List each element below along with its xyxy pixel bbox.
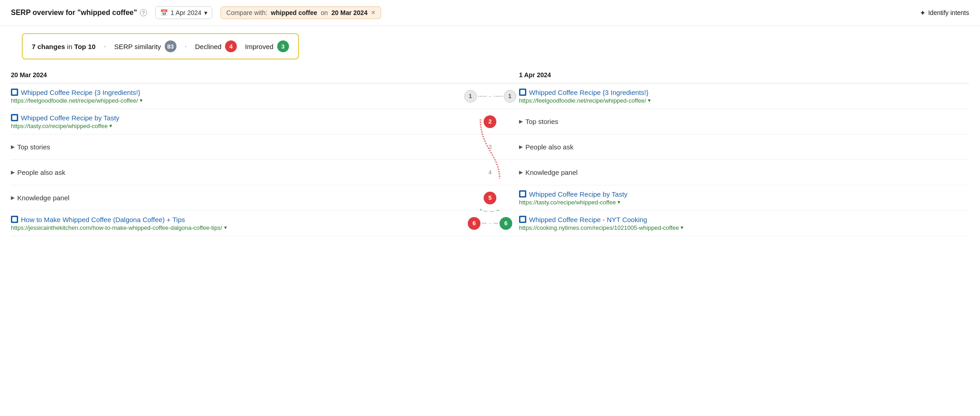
left-title-text-2: Whipped Coffee Recipe by Tasty <box>21 114 119 122</box>
favicon-1-right <box>519 89 526 96</box>
arrow-right-2: ▶ <box>519 119 523 124</box>
page-header: SERP overview for "whipped coffee" ? 📅 1… <box>0 0 980 26</box>
right-cell-1: Whipped Coffee Recipe {3 Ingredients!} h… <box>508 84 969 109</box>
left-rank-badge-6: 6 <box>468 217 480 230</box>
chevron-down-icon: ▾ <box>204 9 207 16</box>
rank-connector-6: 6 → 6 <box>468 217 512 230</box>
left-url-text-1[interactable]: https://feelgoodfoodie.net/recipe/whippe… <box>11 97 138 104</box>
date-picker[interactable]: 📅 1 Apr 2024 ▾ <box>155 6 212 19</box>
selected-date: 1 Apr 2024 <box>171 9 201 16</box>
url-caret-1-right[interactable]: ▾ <box>648 97 651 104</box>
favicon-2-left <box>11 114 18 121</box>
changes-count: 7 changes <box>32 43 65 50</box>
right-result-title-5[interactable]: Whipped Coffee Recipe by Tasty <box>519 190 969 198</box>
left-result-title-1[interactable]: Whipped Coffee Recipe {3 Ingredients!} <box>11 89 472 96</box>
identify-intents-label: Identify intents <box>928 9 969 16</box>
right-url-text-5[interactable]: https://tasty.co/recipe/whipped-coffee <box>519 199 616 206</box>
right-title-text-3: People also ask <box>525 143 573 151</box>
left-cell-1: Whipped Coffee Recipe {3 Ingredients!} h… <box>11 84 472 109</box>
right-title-text-5: Whipped Coffee Recipe by Tasty <box>529 190 627 198</box>
right-url-5: https://tasty.co/recipe/whipped-coffee ▾ <box>519 199 969 206</box>
left-cell-4: ▶ People also ask <box>11 160 472 185</box>
left-special-5: ▶ Knowledge panel <box>11 194 472 202</box>
rank-connector-1: 1 → 1 <box>464 90 516 103</box>
top-label: Top 10 <box>74 43 95 50</box>
compare-on: on <box>321 9 328 16</box>
right-title-text-6: Whipped Coffee Recipe - NYT Cooking <box>529 216 647 223</box>
center-cell-3: 3 <box>472 134 508 160</box>
center-cell-4: 4 <box>472 160 508 185</box>
help-icon[interactable]: ? <box>140 9 147 16</box>
url-caret-6-left[interactable]: ▾ <box>224 224 227 231</box>
left-rank-badge-2: 2 <box>484 115 496 128</box>
main-content: 7 changes in Top 10 · SERP similarity 83… <box>0 33 980 236</box>
arrow-right-4-right: ▶ <box>519 169 523 175</box>
right-cell-4: ▶ Knowledge panel <box>508 160 969 185</box>
right-result-title-6[interactable]: Whipped Coffee Recipe - NYT Cooking <box>519 216 969 223</box>
calendar-icon: 📅 <box>160 9 168 16</box>
url-caret-1-left[interactable]: ▾ <box>140 97 142 104</box>
center-cell-1: 1 → 1 <box>472 84 508 109</box>
left-title-text-3: Top stories <box>17 143 50 151</box>
improved-label: Improved <box>245 43 274 50</box>
left-title-text-6: How to Make Whipped Coffee (Dalgona Coff… <box>21 216 185 223</box>
improved-item: Improved 3 <box>245 40 289 52</box>
arrow-icon-6: → <box>488 221 492 226</box>
serp-table: 20 Mar 2024 1 Apr 2024 Whipped Coffee Re… <box>11 67 969 236</box>
arrow-right-3-left: ▶ <box>11 144 15 150</box>
declined-item: Declined 4 <box>195 40 237 52</box>
left-title-text-5: Knowledge panel <box>17 194 69 202</box>
center-cell-2: 2 <box>472 109 508 134</box>
right-url-6: https://cooking.nytimes.com/recipes/1021… <box>519 224 969 231</box>
favicon-6-left <box>11 216 18 223</box>
in-top-label: in <box>67 43 74 50</box>
left-cell-3: ▶ Top stories <box>11 134 472 160</box>
compare-date: 20 Mar 2024 <box>332 9 368 16</box>
url-caret-6-right[interactable]: ▾ <box>681 224 683 231</box>
favicon-6-right <box>519 216 526 223</box>
favicon-1-left <box>11 89 18 96</box>
intents-icon: ✦ <box>920 9 926 17</box>
changes-summary: 7 changes in Top 10 <box>32 43 96 50</box>
left-url-6: https://jessicainthekitchen.com/how-to-m… <box>11 224 472 231</box>
left-col-header: 20 Mar 2024 <box>11 67 472 84</box>
right-rank-badge-1: 1 <box>504 90 516 103</box>
similarity-item: SERP similarity 83 <box>114 40 176 52</box>
left-special-4: ▶ People also ask <box>11 168 472 176</box>
plain-rank-4: 4 <box>488 169 491 176</box>
compare-close-button[interactable]: × <box>371 9 375 16</box>
identify-intents-button[interactable]: ✦ Identify intents <box>920 9 969 17</box>
right-rank-badge-6: 6 <box>500 217 512 230</box>
right-url-text-6[interactable]: https://cooking.nytimes.com/recipes/1021… <box>519 224 679 231</box>
right-date-label: 1 Apr 2024 <box>519 71 551 79</box>
left-result-title-2[interactable]: Whipped Coffee Recipe by Tasty <box>11 114 472 122</box>
title-text: SERP overview for "whipped coffee" <box>11 9 137 17</box>
declined-badge: 4 <box>225 40 237 52</box>
center-cell-6: 6 → 6 <box>472 211 508 236</box>
left-cell-6: How to Make Whipped Coffee (Dalgona Coff… <box>11 211 472 236</box>
center-cell-5: 5 <box>472 185 508 211</box>
right-url-text-1[interactable]: https://feelgoodfoodie.net/recipe/whippe… <box>519 97 646 104</box>
url-caret-2-left[interactable]: ▾ <box>109 123 112 129</box>
right-special-4: ▶ Knowledge panel <box>519 168 969 176</box>
right-col-header: 1 Apr 2024 <box>508 67 969 84</box>
center-col-header <box>472 67 508 84</box>
right-title-text-1: Whipped Coffee Recipe {3 Ingredients!} <box>529 89 648 96</box>
right-cell-3: ▶ People also ask <box>508 134 969 160</box>
url-caret-5-right[interactable]: ▾ <box>617 199 620 205</box>
left-title-text-4: People also ask <box>17 168 65 176</box>
right-result-title-1[interactable]: Whipped Coffee Recipe {3 Ingredients!} <box>519 89 969 96</box>
left-url-text-2[interactable]: https://tasty.co/recipe/whipped-coffee <box>11 123 108 129</box>
left-rank-badge-5: 5 <box>484 192 496 204</box>
similarity-badge: 83 <box>165 40 176 52</box>
favicon-5-right <box>519 190 526 198</box>
right-title-text-2: Top stories <box>525 118 559 125</box>
separator-2: · <box>185 42 187 51</box>
right-title-text-4: Knowledge panel <box>525 168 578 176</box>
compare-badge: Compare with: whipped coffee on 20 Mar 2… <box>220 6 382 19</box>
left-result-title-6[interactable]: How to Make Whipped Coffee (Dalgona Coff… <box>11 216 472 223</box>
arrow-right-5-left: ▶ <box>11 195 15 201</box>
left-url-text-6[interactable]: https://jessicainthekitchen.com/how-to-m… <box>11 224 222 231</box>
improved-badge: 3 <box>277 40 289 52</box>
arrow-right-4-left: ▶ <box>11 169 15 175</box>
